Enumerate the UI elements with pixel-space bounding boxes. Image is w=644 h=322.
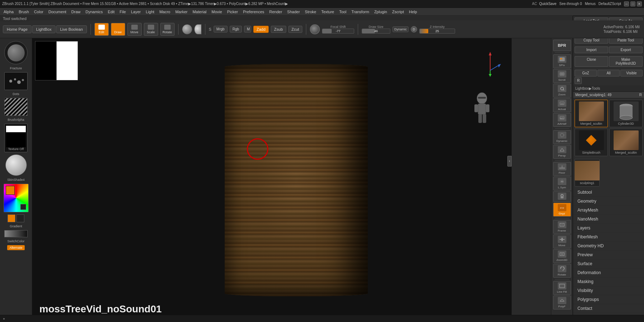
actual-btn[interactable]: 1:1 Actual — [553, 98, 571, 112]
tool-item-layers[interactable]: Layers — [573, 224, 644, 233]
tab-live-boolean[interactable]: Live Boolean — [56, 25, 87, 33]
menu-marker[interactable]: Marker — [173, 9, 190, 15]
menu-dynamics[interactable]: Dynamics — [83, 9, 105, 15]
mrgb-btn[interactable]: Mrgb — [214, 26, 228, 33]
viewport[interactable]: mossTreeVid_noSound01 — [32, 38, 512, 322]
menu-material[interactable]: Material — [190, 9, 209, 15]
menu-draw[interactable]: Draw — [69, 9, 83, 15]
alpha-preview[interactable] — [4, 98, 28, 116]
close-btn[interactable]: ✕ — [637, 1, 642, 6]
tool-item-surface[interactable]: Surface — [573, 259, 644, 268]
focal-shift-knob[interactable] — [310, 24, 320, 34]
menu-light[interactable]: Light — [144, 9, 157, 15]
polyf-btn[interactable]: PolyF — [553, 296, 571, 309]
bpr-btn[interactable]: BPR — [553, 40, 571, 51]
rotate-vp-btn[interactable]: Rotate — [553, 264, 571, 278]
mesh-thumb-sculpting1[interactable]: sculpting1 — [575, 159, 600, 187]
frame-btn[interactable]: Frame — [553, 220, 571, 234]
zoom-vp-btn[interactable]: Zoom — [553, 84, 571, 98]
dynamic-vp-btn[interactable]: Dynamic — [553, 130, 571, 144]
foreground-color[interactable] — [6, 186, 15, 195]
material-sphere[interactable] — [5, 154, 27, 176]
z-intensity-track[interactable]: 25 — [419, 29, 455, 34]
background-color[interactable] — [20, 204, 26, 210]
zoom3d-btn[interactable]: 3D Zoom3D — [553, 249, 571, 263]
aaahalf-btn[interactable]: AA½ AAHalf — [553, 113, 571, 127]
tool-item-geometry-hd[interactable]: Geometry HD — [573, 242, 644, 251]
tool-item-contact[interactable]: Contact — [573, 304, 644, 313]
make-polymesh-btn[interactable]: Make PolyMesh3D — [609, 56, 643, 67]
tool-item-geometry[interactable]: Geometry — [573, 197, 644, 206]
draw-btn[interactable]: Draw — [111, 23, 125, 36]
spix-btn[interactable]: SPix — [553, 54, 571, 68]
all-btn[interactable]: All — [597, 70, 620, 76]
color-palette[interactable] — [4, 184, 29, 212]
tool-item-polygroups[interactable]: Polygroups — [573, 295, 644, 304]
zadd-btn[interactable]: Zadd — [253, 26, 269, 33]
dynamic-btn[interactable]: Dynamic — [392, 26, 409, 32]
gxyz-btn[interactable]: XYZ Gxyz — [553, 203, 571, 217]
gradient-bar[interactable] — [4, 230, 28, 237]
menu-stroke[interactable]: Stroke — [303, 9, 318, 15]
main-3d-viewport[interactable] — [80, 38, 512, 322]
m-btn[interactable]: M — [244, 26, 251, 33]
menu-movie[interactable]: Movie — [209, 9, 224, 15]
alternate-btn[interactable]: Alternate — [7, 245, 24, 250]
menu-preferences[interactable]: Preferences — [241, 9, 266, 15]
tool-item-preview[interactable]: Preview — [573, 251, 644, 259]
lsym-btn[interactable]: L.Sym — [553, 177, 571, 190]
move-vp-btn[interactable]: Move — [553, 234, 571, 248]
edit-btn[interactable]: Edit — [94, 23, 109, 36]
quicksave-btn[interactable]: QuickSave — [539, 2, 556, 6]
menu-color[interactable]: Color — [32, 9, 45, 15]
draw-size-track[interactable]: 46 — [362, 29, 390, 34]
focal-shift-track[interactable]: -77 — [322, 29, 354, 34]
visible-btn[interactable]: Visible — [620, 70, 643, 76]
menu-brush[interactable]: Brush — [16, 9, 31, 15]
floor-btn[interactable]: Floor — [553, 162, 571, 176]
r-shortcut-btn[interactable]: R — [575, 77, 582, 84]
mesh-thumb-merged2[interactable]: Merged_scultin — [609, 129, 643, 156]
scale-btn[interactable]: Scale — [144, 23, 158, 36]
tab-home-page[interactable]: Home Page — [3, 25, 31, 33]
maximize-btn[interactable]: □ — [630, 1, 635, 6]
tool-item-nanomesh[interactable]: NanoMesh — [573, 215, 644, 224]
persp-btn[interactable]: Persp — [553, 145, 571, 159]
menu-file[interactable]: File — [117, 9, 128, 15]
swatch-dark[interactable] — [16, 214, 24, 222]
default-zscript-btn[interactable]: DefaultZScript — [599, 2, 621, 6]
see-through-control[interactable]: See-through 0 — [559, 2, 582, 6]
menu-picker[interactable]: Picker — [225, 9, 240, 15]
menu-transform[interactable]: Transform — [349, 9, 371, 15]
menus-btn[interactable]: Menus — [585, 2, 596, 6]
menu-texture[interactable]: Texture — [319, 9, 336, 15]
mesh-thumb-cylinder3d[interactable]: Cylinder3D — [609, 100, 643, 127]
panel-collapse-arrow[interactable]: › — [507, 156, 512, 167]
halfsphere-mode-icon[interactable] — [194, 24, 201, 34]
nav-gizmo[interactable] — [479, 49, 501, 79]
tab-lightbox[interactable]: LightBox — [32, 25, 55, 33]
tool-item-subtool[interactable]: Subtool — [573, 188, 644, 197]
menu-edit[interactable]: Edit — [106, 9, 117, 15]
tool-item-fibermesh[interactable]: FiberMesh — [573, 233, 644, 242]
menu-layer[interactable]: Layer — [129, 9, 143, 15]
d-icon[interactable]: D — [411, 26, 417, 33]
goz-btn[interactable]: GoZ — [575, 70, 597, 76]
stroke-dots-preview[interactable] — [4, 72, 28, 90]
rotate-btn[interactable]: Rotate — [160, 23, 175, 36]
menu-zplugin[interactable]: Zplugin — [372, 9, 389, 15]
line-fill-btn[interactable]: Line Fill — [553, 281, 571, 295]
tool-item-visibility[interactable]: Visibility — [573, 286, 644, 295]
menu-zscript[interactable]: Zscript — [390, 9, 406, 15]
tool-item-arraymesh[interactable]: ArrayMesh — [573, 206, 644, 215]
menu-shader[interactable]: Shader — [285, 9, 302, 15]
lock-btn[interactable] — [553, 191, 571, 202]
import-btn[interactable]: Import — [575, 46, 608, 53]
rgb-btn[interactable]: Rgb — [230, 26, 242, 33]
menu-alpha[interactable]: Alpha — [1, 9, 16, 15]
move-btn[interactable]: Move — [127, 23, 142, 36]
brush-preview[interactable] — [4, 41, 28, 64]
menu-macro[interactable]: Macro — [157, 9, 172, 15]
menu-help[interactable]: Help — [407, 9, 419, 15]
zsub-btn[interactable]: Zsub — [271, 26, 286, 33]
